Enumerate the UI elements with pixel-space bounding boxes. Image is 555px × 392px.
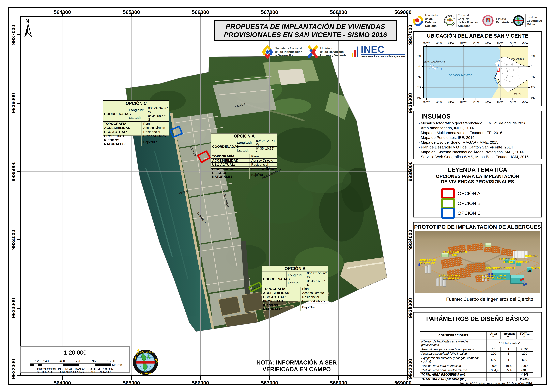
longitude-label: Longitud: [128,106,147,114]
x-tick-top: 567000 [261,9,278,15]
svg-text:76°W: 76°W [522,41,528,44]
field-label: USO ACTUAL: [212,163,249,166]
field-value: Bajo/Nulo [141,138,169,146]
field-label: USO ACTUAL: [262,295,300,299]
ubicacion-inset-map: 92°W 90°W 88°W 86°W 84°W 82°W 80°W 78°W … [414,39,541,106]
map-sheet: 564000 565000 566000 567000 568000 56900… [0,0,555,392]
insumo-item: - Servicio Web Geográfico WMS, Mapa Base… [418,154,539,159]
svg-text:4°S: 4°S [531,86,535,89]
svg-text:2°N: 2°N [416,55,421,57]
field-label: TOPOGRAFÍA: [262,287,300,291]
option-c-title: OPCIÓN C [103,101,169,106]
mdn-icon [413,16,423,26]
leyenda-panel: LEYENDA TEMÁTICA OPCIONES PARA LA IMPLAN… [413,164,542,217]
x-tick-top: 564000 [54,9,71,15]
miduvi-text: Ministerio de de Desarrollo Urbano y Viv… [320,47,346,57]
field-label: RIESGOS NATURALES: [212,171,249,178]
camp-label-comunicaciones: COMUNICACIONES CNT [443,251,467,257]
ejercito-logo: EjércitoEcuatoriano [482,11,513,30]
field-label: PROPIEDAD: [262,299,300,303]
field-value: Privado/Público [300,299,328,303]
svg-text:84°W: 84°W [473,100,479,103]
field-value: Plana [300,287,328,291]
field-label: RIESGOS NATURALES: [103,138,141,146]
x-tick-top: 568000 [330,9,347,15]
svg-text:2°N: 2°N [531,55,535,57]
camp-label-comedores: COMEDORES Y COCINA [485,267,516,270]
insumo-item: - Mosaico fotográfico georeferenciado, I… [418,121,539,126]
field-value: Plana [249,154,277,158]
field-label: PROPIEDAD: [103,134,141,138]
svg-text:0°: 0° [418,65,421,68]
coordinates-label: COORDENADAS [103,106,128,121]
camp-label-banos: BAÑOS, DUCHAS Y LAVANDERÍA [438,274,463,280]
y-tick-left: 9932000 [10,359,16,379]
svg-text:92°W: 92°W [424,41,430,44]
title-line1: PROPUESTA DE IMPLANTACIÓN DE VIVIENDAS [226,23,385,30]
longitude-value: 80° 24' 21,51'' W [255,139,277,146]
latitude-label: Latitud: [287,279,306,286]
prototipo-caption: Fuente: Cuerpo de Ingenieros del Ejércit… [440,297,539,302]
field-value: Plana [141,122,169,126]
longitude-label: Longitud: [236,139,255,146]
igm-logo: InstitutoGeográficoMilitar [513,11,542,30]
parametros-title: PARÁMETROS DE DISEÑO BÁSICO [414,315,541,322]
scale-tick: 480 [59,359,65,363]
y-tick-left: 9937000 [10,25,16,45]
svg-text:86°W: 86°W [460,41,467,44]
miduvi-logo: Ministerio de de Desarrollo Urbano y Viv… [307,44,346,59]
field-label: RIESGOS NATURALES: [262,303,300,311]
longitude-label: Longitud: [287,271,306,279]
y-tick-right: 9935000 [407,161,413,181]
svg-text:90°W: 90°W [436,41,442,44]
ubicacion-panel: UBICACIÓN DEL ÁREA DE SAN VICENTE [413,31,542,106]
x-tick-bottom: 566000 [192,380,209,386]
scale-tick: 240 [43,359,49,363]
north-arrow-icon [22,24,34,38]
prototipo-panel: PROTOTIPO DE IMPLANTACIÓN DE ALBERGUES [413,222,542,308]
svg-text:76°W: 76°W [522,100,528,103]
field-value: Bajo/Nulo [300,303,328,311]
field-label: TOPOGRAFÍA: [103,122,141,126]
longitude-value: 80° 24' 34,96'' W [147,106,169,114]
scale-tick: 960 [92,359,97,363]
legend-item-a: OPCIÓN A [441,188,480,199]
field-label: ACCESIBILIDAD: [103,126,141,130]
svg-text:86°W: 86°W [460,100,467,103]
x-tick-top: 566000 [192,9,209,15]
field-value: Privado/Público [141,134,169,138]
option-c-infobox: OPCIÓN C COORDENADAS Longitud:80° 24' 34… [103,100,169,136]
y-tick-right: 9933000 [407,298,413,318]
insumos-panel: INSUMOS - Mosaico fotográfico georeferen… [413,111,542,159]
insumos-list: - Mosaico fotográfico georeferenciado, I… [418,121,539,159]
insumo-item: - Área amanzanada, INEC, 2014 [418,126,539,130]
inec-wordmark: INEC [361,45,405,54]
insumo-item: - Mapa del Sistema Nacional de Áreas Pro… [418,150,539,154]
field-value: Acceso Directo [300,291,328,295]
svg-text:6°S: 6°S [417,96,421,99]
x-tick-top: 569000 [394,9,411,15]
field-label: ACCESIBILIDAD: [262,291,300,295]
parametros-panel: PARÁMETROS DE DISEÑO BÁSICO CONSIDERACIO… [413,312,542,378]
camp-label-planta: PLANTA POTABILIZADORA Y TANQUES DE RESER… [479,274,507,279]
coordinates-label: COORDENADAS [262,271,286,286]
parametros-table: CONSIDERACIONES Áream² Porcentajem² TOTA… [420,331,533,386]
latitude-value: 0° 35' 10,38'' S [255,147,277,154]
insumo-item: - Mapa de Uso del Suelo, MAGAP - MAE, 20… [418,140,539,145]
scale-bar [30,363,111,366]
senplades-text: Secretaría Nacional de de Planificación … [275,47,302,57]
svg-text:84°W: 84°W [473,41,479,44]
svg-text:88°W: 88°W [448,41,454,44]
field-value: Privado/Público [249,167,277,171]
field-verification-note: NOTA: INFORMACIÓN A SER VERIFICADA EN CA… [256,359,337,372]
peru-label: PERÚ [514,92,521,95]
svg-text:GEOGRAFICO: GEOGRAFICO [138,350,153,353]
x-tick-bottom: 565000 [123,380,140,386]
prototipo-title: PROTOTIPO DE IMPLANTACIÓN DE ALBERGUES [414,224,541,230]
field-value: Residencial [300,295,328,299]
field-value: Residencial [141,130,169,134]
ccffaa-logo: Comando Conjuntode las FuerzasArmadas [444,11,482,30]
prototipo-render: COMUNICACIONES CNT GENERADOR ELÉCTRICO D… [415,231,540,293]
scale-ratio: 1:20.000 [21,349,129,356]
field-label: ACCESIBILIDAD: [212,158,249,162]
